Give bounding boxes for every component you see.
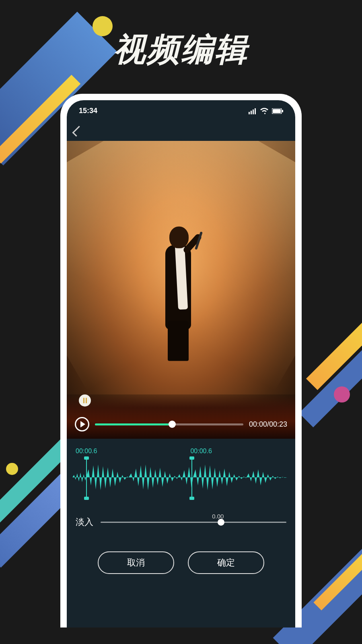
trim-handle-icon[interactable] [79,394,91,407]
battery-icon [272,108,283,114]
phone-frame: 15:34 [60,94,302,627]
audio-waveform[interactable] [72,457,290,499]
fade-in-value: 0.00 [212,513,224,520]
fade-slider-thumb[interactable] [218,519,224,526]
page-title: 视频编辑 [0,28,362,72]
action-buttons: 取消 确定 [67,551,295,574]
svg-rect-1 [251,111,252,114]
confirm-button[interactable]: 确定 [188,551,264,574]
fade-in-control: 淡入 0.00 [67,499,295,528]
trim-start-label: 00:00.6 [76,448,97,455]
trim-marker-end[interactable] [191,457,192,499]
svg-rect-3 [255,108,256,114]
waveform-svg [72,457,290,497]
trim-marker-start[interactable] [86,457,87,499]
status-time: 15:34 [79,107,97,115]
progress-bar[interactable] [95,423,243,425]
video-lower-strip [67,394,295,439]
nav-bar [67,120,295,141]
signal-icon [249,108,257,114]
svg-rect-0 [249,112,250,114]
svg-rect-5 [273,109,281,113]
cancel-button[interactable]: 取消 [98,551,174,574]
status-indicators [249,108,283,114]
progress-fill [95,423,172,425]
time-display: 00:00/00:23 [249,420,287,429]
svg-rect-2 [253,109,254,114]
fade-in-label: 淡入 [76,516,93,528]
play-button[interactable] [75,417,89,431]
bg-dot [334,386,350,402]
audio-editor-panel: 00:00.6 00:00.6 淡入 0.00 [67,439,295,574]
wifi-icon [260,108,269,114]
fade-in-slider[interactable]: 0.00 [101,522,286,523]
svg-rect-6 [282,110,283,112]
status-bar: 15:34 [67,100,295,120]
back-button[interactable] [72,126,83,137]
trim-end-label: 00:00.6 [190,448,212,455]
video-preview[interactable]: 00:00/00:23 [67,141,295,439]
bg-dot [6,463,18,475]
singer-silhouette [146,224,206,361]
phone-screen: 15:34 [67,100,295,627]
playback-controls: 00:00/00:23 [67,417,295,431]
trim-time-labels: 00:00.6 00:00.6 [67,448,295,457]
